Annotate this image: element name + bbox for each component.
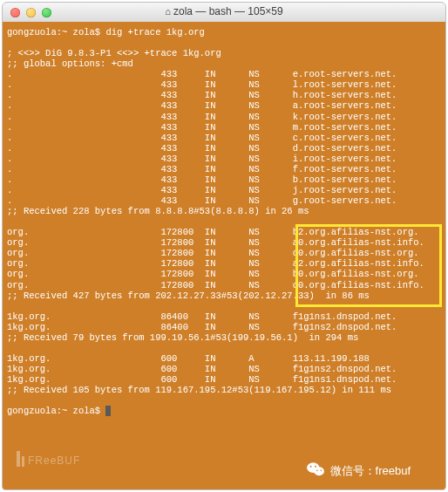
- window-controls: [10, 8, 51, 17]
- terminal-window: ⌂zola — bash — 105×59 gongzuola:~ zola$ …: [2, 2, 446, 490]
- terminal-body[interactable]: gongzuola:~ zola$ dig +trace 1kg.org ; <…: [3, 22, 445, 489]
- close-icon[interactable]: [10, 8, 20, 17]
- titlebar: ⌂zola — bash — 105×59: [3, 3, 445, 22]
- zoom-icon[interactable]: [42, 8, 51, 17]
- cursor: [105, 406, 111, 416]
- minimize-icon[interactable]: [26, 8, 36, 17]
- window-title-text: zola — bash — 105×59: [173, 5, 283, 17]
- home-icon: ⌂: [165, 6, 171, 17]
- window-title: ⌂zola — bash — 105×59: [3, 6, 445, 18]
- prompt-line: gongzuola:~ zola$: [7, 406, 105, 416]
